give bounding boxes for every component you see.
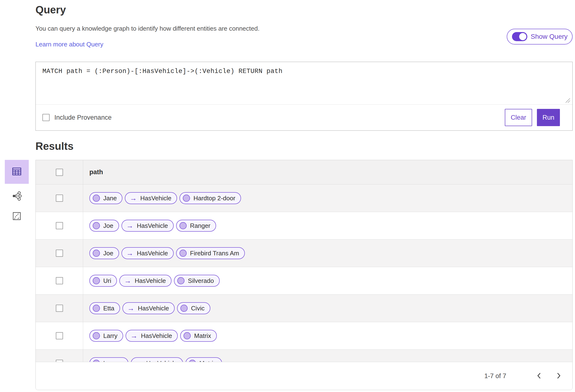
entity-chip-source[interactable]: Larry: [89, 330, 123, 342]
row-checkbox-cell: [36, 240, 83, 267]
map-view-button[interactable]: [5, 209, 29, 224]
entity-chip-source[interactable]: Etta: [89, 302, 120, 314]
entity-node-icon: [93, 250, 100, 257]
table-footer: 1-7 of 7: [36, 362, 572, 390]
row-checkbox-cell: [36, 185, 83, 212]
table-view-icon: [11, 166, 22, 177]
row-checkbox[interactable]: [56, 222, 63, 229]
relationship-chip[interactable]: → HasVehicle: [121, 220, 174, 232]
toggle-switch-icon[interactable]: [512, 32, 527, 41]
arrow-right-icon: →: [130, 332, 138, 339]
entity-chip-source[interactable]: Uri: [89, 275, 117, 287]
relationship-chip[interactable]: → HasVehicle: [125, 330, 178, 342]
clear-button[interactable]: Clear: [505, 109, 532, 126]
row-checkbox-cell: [36, 322, 83, 349]
link-chart-view-button[interactable]: [5, 189, 29, 204]
link-chart-view-icon: [11, 191, 22, 202]
relationship-chip[interactable]: → HasVehicle: [119, 275, 171, 287]
results-section-title: Results: [35, 140, 73, 152]
row-path-cell: Etta → HasVehicle Civic: [83, 295, 572, 322]
table-body: Jane → HasVehicle Hardtop 2-door Joe → H…: [36, 185, 572, 362]
toggle-knob: [519, 33, 526, 40]
header-checkbox-cell: [36, 160, 83, 184]
table-row: Etta → HasVehicle Civic: [36, 295, 572, 322]
row-checkbox-cell: [36, 212, 83, 239]
entity-chip-source[interactable]: Joe: [89, 247, 119, 259]
entity-chip-source[interactable]: Jane: [89, 192, 122, 204]
entity-chip-target[interactable]: Hardtop 2-door: [179, 192, 241, 204]
row-checkbox[interactable]: [56, 195, 63, 202]
entity-node-icon: [93, 305, 100, 312]
include-provenance-checkbox[interactable]: [42, 114, 49, 121]
resize-handle-icon[interactable]: [564, 97, 571, 103]
entity-chip-target[interactable]: Firebird Trans Am: [176, 247, 245, 259]
arrow-right-icon: →: [130, 195, 137, 202]
entity-chip-source[interactable]: Lauren: [89, 357, 128, 362]
query-panel: MATCH path = (:Person)-[:HasVehicle]->(:…: [35, 62, 573, 131]
show-query-toggle[interactable]: Show Query: [507, 29, 573, 44]
entity-chip-target[interactable]: Civic: [177, 302, 210, 314]
entity-chip-target[interactable]: Matrix: [185, 357, 222, 362]
entity-chip-source[interactable]: Joe: [89, 220, 119, 232]
entity-chip-target[interactable]: Silverado: [174, 275, 219, 287]
column-header-path: path: [89, 169, 103, 176]
entity-label: Civic: [191, 305, 204, 312]
relationship-chip[interactable]: → HasVehicle: [122, 302, 175, 314]
entity-label: Ranger: [190, 222, 210, 230]
row-path-cell: Jane → HasVehicle Hardtop 2-door: [83, 185, 572, 212]
map-view-icon: [11, 211, 22, 222]
entity-label: Matrix: [194, 332, 211, 340]
row-checkbox[interactable]: [56, 305, 63, 312]
relationship-label: HasVehicle: [137, 250, 168, 257]
pagination-range: 1-7 of 7: [484, 372, 506, 380]
entity-node-icon: [180, 305, 188, 312]
relationship-label: HasVehicle: [135, 277, 166, 284]
row-checkbox[interactable]: [56, 250, 63, 257]
entity-label: Silverado: [188, 277, 214, 284]
entity-label: Joe: [103, 222, 113, 230]
pagination-prev-button[interactable]: [533, 370, 545, 381]
row-path-cell: Joe → HasVehicle Firebird Trans Am: [83, 240, 572, 267]
entity-label: Etta: [103, 305, 114, 312]
entity-node-icon: [93, 277, 100, 284]
entity-node-icon: [183, 195, 190, 202]
relationship-chip[interactable]: → HasVehicle: [121, 247, 174, 259]
run-button[interactable]: Run: [537, 109, 560, 126]
entity-chip-target[interactable]: Ranger: [176, 220, 216, 232]
entity-node-icon: [179, 222, 187, 229]
select-all-checkbox[interactable]: [56, 169, 63, 176]
query-toolbar: Include Provenance Clear Run: [36, 105, 572, 131]
table-view-button[interactable]: [5, 160, 29, 184]
relationship-label: HasVehicle: [140, 195, 171, 202]
row-path-cell: Uri → HasVehicle Silverado: [83, 267, 572, 294]
table-row: Joe → HasVehicle Ranger: [36, 212, 572, 240]
entity-label: Hardtop 2-door: [193, 195, 235, 202]
query-section-title: Query: [35, 4, 66, 16]
relationship-label: HasVehicle: [141, 332, 172, 340]
table-header-row: path: [36, 160, 572, 185]
pagination-next-button[interactable]: [553, 370, 564, 381]
relationship-label: HasVehicle: [138, 305, 169, 312]
row-checkbox-cell: [36, 267, 83, 294]
entity-label: Joe: [103, 250, 113, 257]
entity-node-icon: [177, 277, 185, 284]
entity-chip-target[interactable]: Matrix: [180, 330, 217, 342]
entity-node-icon: [184, 332, 191, 339]
view-rail: [5, 160, 29, 224]
learn-more-link[interactable]: Learn more about Query: [35, 41, 103, 48]
include-provenance-label: Include Provenance: [54, 114, 112, 121]
arrow-right-icon: →: [124, 277, 131, 284]
chevron-left-icon: [536, 372, 542, 380]
row-checkbox[interactable]: [56, 277, 63, 284]
query-input[interactable]: MATCH path = (:Person)-[:HasVehicle]->(:…: [36, 62, 572, 105]
table-row: Jane → HasVehicle Hardtop 2-door: [36, 185, 572, 212]
show-query-label: Show Query: [531, 33, 568, 41]
relationship-chip[interactable]: → HasVehicle: [131, 357, 183, 362]
entity-label: Firebird Trans Am: [190, 250, 239, 257]
entity-node-icon: [93, 195, 100, 202]
relationship-chip[interactable]: → HasVehicle: [125, 192, 177, 204]
arrow-right-icon: →: [126, 222, 133, 229]
arrow-right-icon: →: [126, 250, 133, 257]
entity-label: Jane: [103, 195, 117, 202]
row-checkbox[interactable]: [56, 332, 63, 339]
